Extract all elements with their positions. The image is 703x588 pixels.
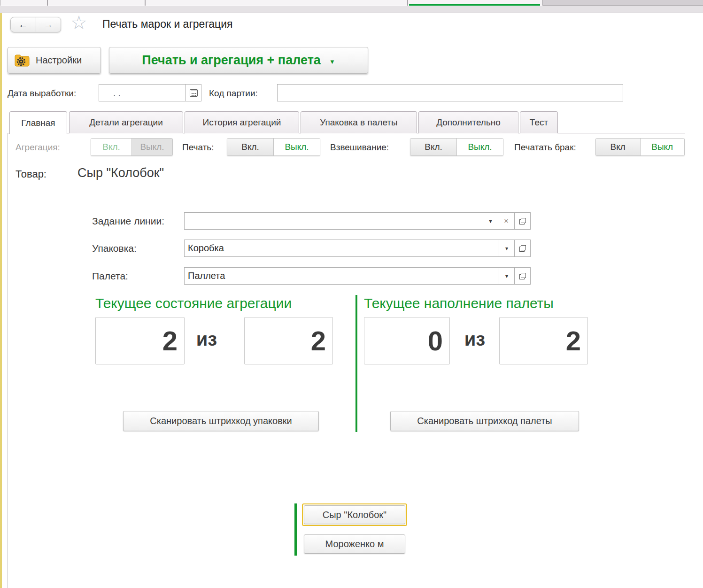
line-task-choose-button[interactable]: [514, 212, 531, 230]
package-label: Упаковка:: [92, 243, 137, 254]
print-aggregate-button[interactable]: Печать и агрегация + палета ▼: [109, 47, 368, 74]
scan-pallet-barcode-button[interactable]: Сканировать штрихкод палеты: [390, 411, 579, 431]
pallet-section-title: Текущее наполнение палеты: [364, 295, 554, 311]
left-accent-stripe: [0, 13, 2, 588]
clear-x-icon: ×: [504, 217, 509, 225]
top-tab-strip: [0, 0, 703, 6]
settings-button[interactable]: Настройки: [8, 47, 101, 74]
tab-upakovka-v-palety[interactable]: Упаковка в палеты: [301, 111, 417, 133]
production-date-label: Дата выработки:: [8, 88, 76, 99]
browser-tab[interactable]: [145, 0, 408, 6]
chevron-down-icon: ▾: [505, 245, 508, 252]
calendar-icon: [190, 89, 198, 97]
product-list-accent-bar: [294, 503, 297, 556]
batch-code-input[interactable]: [277, 84, 623, 101]
forward-button[interactable]: →: [36, 17, 61, 32]
browser-tab-active[interactable]: [408, 0, 543, 6]
browser-tab[interactable]: [47, 0, 145, 6]
batch-code-label: Код партии:: [209, 88, 258, 99]
tab-istoriya-agregacij[interactable]: История агрегаций: [185, 111, 299, 133]
aggregation-current-box: 2: [95, 317, 185, 364]
print-defect-toggle-label: Печатать брак:: [514, 142, 576, 153]
section-divider: [355, 295, 357, 432]
aggregation-total-box: 2: [244, 317, 333, 364]
active-tab-underline: [409, 4, 540, 6]
line-task-label: Задание линии:: [92, 216, 164, 227]
tab-label: История агрегаций: [203, 117, 281, 128]
pallet-choose-button[interactable]: [514, 267, 531, 285]
history-nav: ← →: [10, 17, 61, 32]
tab-detali-agregacii[interactable]: Детали агрегации: [69, 111, 183, 133]
print-toggle-label: Печать:: [182, 142, 214, 153]
right-arrow-icon: →: [44, 19, 53, 30]
product-label: Товар:: [15, 168, 46, 180]
print-off-button[interactable]: Выкл.: [273, 139, 320, 155]
dropdown-caret-icon: ▼: [329, 58, 335, 65]
pallet-total-box: 2: [499, 317, 588, 364]
pallet-dropdown-button[interactable]: ▾: [499, 267, 515, 285]
aggregation-toggle: Вкл. Выкл.: [91, 138, 173, 156]
package-input[interactable]: Коробка: [184, 240, 499, 257]
tab-label: Дополнительно: [436, 117, 501, 128]
settings-label: Настройки: [36, 55, 82, 66]
choose-list-icon: [519, 245, 526, 252]
line-task-dropdown-button[interactable]: ▾: [483, 212, 498, 230]
pallet-current-box: 0: [364, 317, 450, 364]
pallet-label: Палета:: [92, 271, 128, 282]
weighing-on-button[interactable]: Вкл.: [410, 139, 456, 155]
window-band: [0, 6, 703, 13]
choose-list-icon: [519, 218, 526, 224]
package-dropdown-button[interactable]: ▾: [499, 240, 515, 257]
back-button[interactable]: ←: [11, 17, 36, 32]
product-button-syr-kolobok[interactable]: Сыр "Колобок": [304, 505, 405, 524]
pallet-input[interactable]: Паллета: [184, 267, 499, 285]
aggregation-off-button[interactable]: Выкл.: [131, 139, 172, 155]
folder-gear-icon: [15, 54, 30, 67]
chevron-down-icon: ▾: [489, 218, 492, 224]
print-defect-off-button[interactable]: Выкл: [640, 139, 685, 155]
primary-action-label: Печать и агрегация + палета: [142, 53, 321, 68]
chevron-down-icon: ▾: [505, 273, 508, 279]
line-task-input[interactable]: [184, 212, 483, 230]
tab-label: Тест: [530, 117, 548, 128]
weighing-toggle: Вкл. Выкл.: [410, 138, 503, 156]
production-date-input[interactable]: . .: [99, 84, 186, 101]
aggregation-of-label: из: [188, 329, 225, 350]
tab-label: Упаковка в палеты: [320, 117, 397, 128]
print-toggle: Вкл. Выкл.: [227, 138, 320, 156]
page-title: Печать марок и агрегация: [102, 18, 233, 31]
tab-label: Детали агрегации: [89, 117, 163, 128]
content-left-border: [8, 133, 8, 588]
favorite-star-icon[interactable]: ☆: [70, 13, 87, 32]
tab-test[interactable]: Тест: [520, 111, 558, 133]
product-value: Сыр "Колобок": [77, 166, 164, 180]
package-choose-button[interactable]: [514, 240, 531, 257]
choose-list-icon: [519, 273, 526, 279]
tab-glavnaya[interactable]: Главная: [9, 111, 67, 134]
weighing-toggle-label: Взвешивание:: [330, 142, 389, 153]
line-task-clear-button[interactable]: ×: [498, 212, 515, 230]
calendar-button[interactable]: [185, 84, 201, 101]
product-button-morozhenko[interactable]: Мороженко м: [304, 534, 405, 554]
aggregation-section-title: Текущее состояние агрегации: [95, 295, 292, 311]
aggregation-on-button[interactable]: Вкл.: [91, 139, 131, 155]
aggregation-toggle-label: Агрегация:: [15, 142, 60, 153]
print-defect-toggle: Вкл Выкл: [595, 138, 685, 156]
browser-tab[interactable]: [0, 0, 47, 6]
tab-label: Главная: [21, 118, 55, 128]
weighing-off-button[interactable]: Выкл.: [456, 139, 503, 155]
left-arrow-icon: ←: [18, 19, 28, 30]
tab-dopolnitelno[interactable]: Дополнительно: [418, 111, 518, 133]
print-defect-on-button[interactable]: Вкл: [596, 139, 640, 155]
pallet-of-label: из: [458, 329, 492, 350]
print-on-button[interactable]: Вкл.: [227, 139, 273, 155]
scan-package-barcode-button[interactable]: Сканировать штрихкод упаковки: [123, 411, 319, 431]
